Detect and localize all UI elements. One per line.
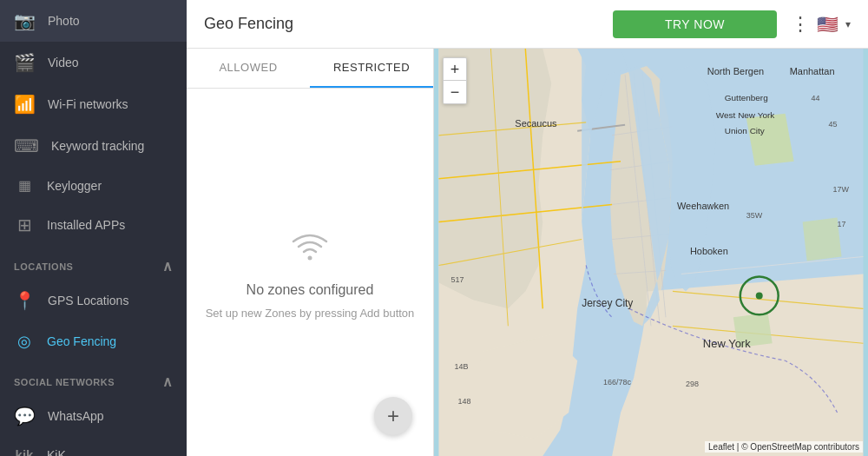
sidebar-item-whatsapp[interactable]: 💬 WhatsApp xyxy=(0,395,187,437)
chevron-up-icon-social[interactable]: ∧ xyxy=(162,373,174,390)
empty-state: No zones configured Set up new Zones by … xyxy=(187,89,433,456)
svg-text:517: 517 xyxy=(450,275,464,284)
whatsapp-icon: 💬 xyxy=(14,406,36,426)
keyboard-icon: ⌨ xyxy=(14,135,39,156)
left-panel: ALLOWED RESTRICTED No zones configured xyxy=(187,49,434,456)
empty-title: No zones configured xyxy=(247,282,374,298)
apps-icon: ⊞ xyxy=(14,215,35,235)
main-area: Geo Fencing TRY NOW ⋮ 🇺🇸 ▾ ALLOWED RESTR… xyxy=(187,0,868,456)
topbar-icons: ⋮ 🇺🇸 ▾ xyxy=(791,13,851,36)
svg-text:14B: 14B xyxy=(454,362,468,371)
content-area: ALLOWED RESTRICTED No zones configured xyxy=(187,49,868,456)
video-icon: 🎬 xyxy=(14,52,36,73)
photo-icon: 📷 xyxy=(14,10,36,31)
sidebar-item-label: GPS Locations xyxy=(48,294,128,307)
section-social: SOCIAL NETWORKS ∧ xyxy=(0,361,187,395)
sidebar-item-label: Keylogger xyxy=(47,179,102,193)
svg-text:17: 17 xyxy=(838,220,846,228)
svg-text:Union City: Union City xyxy=(725,126,765,135)
sidebar-item-photo[interactable]: 📷 Photo xyxy=(0,0,187,42)
svg-text:17W: 17W xyxy=(833,185,850,194)
sidebar-item-label: WhatsApp xyxy=(48,409,104,423)
gps-icon: 📍 xyxy=(14,290,36,311)
svg-text:45: 45 xyxy=(829,120,838,129)
sidebar-item-installedapps[interactable]: ⊞ Installed APPs xyxy=(0,204,187,246)
sidebar-item-label: Photo xyxy=(48,14,80,28)
sidebar-item-label: Installed APPs xyxy=(47,218,125,232)
topbar: Geo Fencing TRY NOW ⋮ 🇺🇸 ▾ xyxy=(187,0,868,49)
no-zones-icon xyxy=(286,226,334,274)
svg-text:New York: New York xyxy=(703,337,751,350)
map-svg: North Bergen Guttenberg West New York Un… xyxy=(434,49,868,456)
try-now-button[interactable]: TRY NOW xyxy=(613,10,777,38)
tab-restricted[interactable]: RESTRICTED xyxy=(310,49,433,88)
svg-point-0 xyxy=(308,255,312,260)
svg-text:166/78c: 166/78c xyxy=(603,378,631,387)
svg-text:Hoboken: Hoboken xyxy=(690,246,728,256)
sidebar-item-label: Wi-Fi networks xyxy=(48,97,128,111)
flag-icon[interactable]: 🇺🇸 xyxy=(817,14,838,35)
map-controls: + − xyxy=(443,57,467,104)
dropdown-chevron-icon[interactable]: ▾ xyxy=(845,18,851,30)
svg-text:148: 148 xyxy=(457,397,470,406)
geofencing-icon: ◎ xyxy=(14,332,35,351)
svg-marker-28 xyxy=(803,218,842,261)
svg-text:Guttenberg: Guttenberg xyxy=(725,93,768,102)
sidebar-item-keyword[interactable]: ⌨ Keyword tracking xyxy=(0,125,187,167)
svg-text:298: 298 xyxy=(686,380,699,388)
sidebar-item-wifi[interactable]: 📶 Wi-Fi networks xyxy=(0,83,187,125)
sidebar-item-label: Geo Fencing xyxy=(47,334,116,348)
sidebar-item-keylogger[interactable]: ▦ Keylogger xyxy=(0,167,187,204)
tab-allowed[interactable]: ALLOWED xyxy=(187,49,310,88)
keylogger-icon: ▦ xyxy=(14,177,35,194)
svg-text:Jersey City: Jersey City xyxy=(582,297,633,309)
map-attribution: Leaflet | © OpenStreetMap contributors xyxy=(705,441,863,453)
zoom-out-button[interactable]: − xyxy=(444,81,466,103)
sidebar-item-video[interactable]: 🎬 Video xyxy=(0,42,187,83)
svg-point-51 xyxy=(756,292,763,299)
svg-text:35W: 35W xyxy=(746,211,763,220)
sidebar: 📷 Photo 🎬 Video 📶 Wi-Fi networks ⌨ Keywo… xyxy=(0,0,187,456)
add-zone-button[interactable]: + xyxy=(374,397,412,435)
svg-text:Secaucus: Secaucus xyxy=(515,118,557,129)
chevron-up-icon[interactable]: ∧ xyxy=(162,258,174,274)
sidebar-item-label: Keyword tracking xyxy=(51,139,144,153)
sidebar-item-label: KiK xyxy=(47,448,66,457)
sidebar-item-kik[interactable]: kik KiK xyxy=(0,437,187,456)
page-title: Geo Fencing xyxy=(204,15,599,33)
map-area: + − xyxy=(434,49,868,456)
svg-text:Weehawken: Weehawken xyxy=(677,201,729,211)
zoom-in-button[interactable]: + xyxy=(444,58,466,81)
empty-subtitle: Set up new Zones by pressing Add button xyxy=(206,307,415,320)
svg-text:44: 44 xyxy=(812,94,820,102)
svg-text:Manhattan: Manhattan xyxy=(790,66,835,76)
svg-text:West New York: West New York xyxy=(716,110,774,120)
wifi-icon: 📶 xyxy=(14,94,36,115)
tabs-bar: ALLOWED RESTRICTED xyxy=(187,49,433,89)
kik-icon: kik xyxy=(14,447,35,456)
sidebar-item-label: Video xyxy=(48,56,79,69)
sidebar-item-gps[interactable]: 📍 GPS Locations xyxy=(0,280,187,321)
section-locations: LOCATIONS ∧ xyxy=(0,246,187,280)
more-icon[interactable]: ⋮ xyxy=(791,13,810,36)
svg-text:North Bergen: North Bergen xyxy=(707,66,764,76)
sidebar-item-geofencing[interactable]: ◎ Geo Fencing xyxy=(0,321,187,361)
